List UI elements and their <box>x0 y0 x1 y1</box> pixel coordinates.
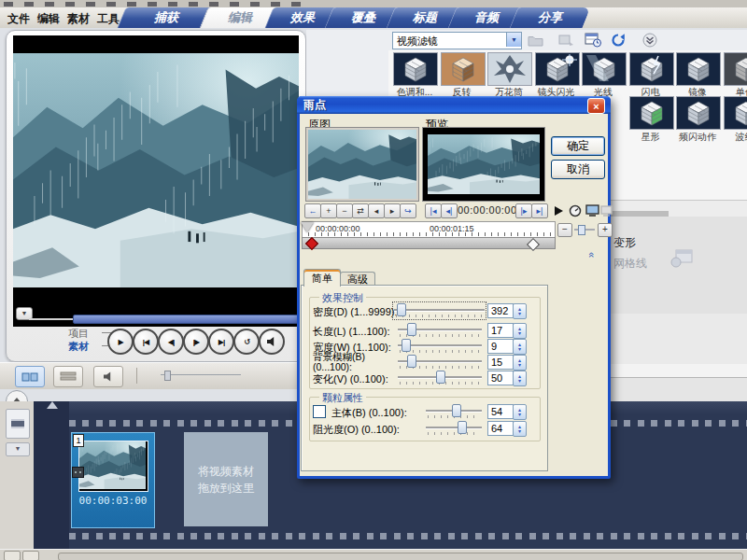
density-slider[interactable] <box>394 303 485 318</box>
load-library-folder-icon[interactable] <box>526 33 544 48</box>
storyboard-view-button[interactable] <box>15 366 45 387</box>
width-slider[interactable] <box>398 339 482 354</box>
trim-bar[interactable] <box>73 315 300 324</box>
variation-slider-thumb[interactable] <box>436 371 445 384</box>
density-spinner[interactable]: ▴▾ <box>513 303 527 319</box>
ruler-zoom-in-button[interactable]: + <box>598 223 613 237</box>
tab-share[interactable]: 分享 <box>514 7 586 28</box>
ruler-zoom-out-button[interactable]: − <box>557 223 572 237</box>
timeline-zoom-thumb[interactable] <box>164 371 171 381</box>
width-slider-thumb[interactable] <box>402 339 411 352</box>
library-options-icon[interactable] <box>584 33 602 48</box>
playback-speed-icon[interactable] <box>568 203 583 217</box>
player-volume-button[interactable] <box>259 329 285 355</box>
project-mode-label[interactable]: 项目 <box>68 327 89 341</box>
gallery-dropdown[interactable]: 视频滤镜 ▼ <box>392 32 522 49</box>
add-track-button[interactable] <box>4 551 21 560</box>
tab-simple[interactable]: 简单 <box>303 269 341 287</box>
cancel-button[interactable]: 取消 <box>551 160 605 179</box>
ruler-zoom-thumb[interactable] <box>578 225 585 235</box>
audio-view-button[interactable] <box>93 366 123 387</box>
filter-thumb-star[interactable] <box>629 96 674 130</box>
clip-mode-label[interactable]: 素材 <box>68 340 89 354</box>
storyboard-drop-slot[interactable]: 将视频素材 拖放到这里 <box>184 432 268 526</box>
go-start-button[interactable]: |◂ <box>425 203 442 218</box>
length-spinner[interactable]: ▴▾ <box>513 323 527 339</box>
filter-thumb-strobe-action[interactable] <box>676 96 721 130</box>
menu-item-edit[interactable]: 编辑 <box>37 11 60 27</box>
filter-thumb-ripple[interactable] <box>724 96 747 130</box>
density-value[interactable]: 392 <box>487 303 514 318</box>
video-track-button[interactable] <box>6 409 30 439</box>
timeline-view-button[interactable] <box>53 366 83 387</box>
opacity-slider[interactable] <box>426 421 482 436</box>
filter-thumb-mirror[interactable] <box>676 52 721 86</box>
collapse-panel-icon[interactable]: « <box>586 252 598 258</box>
add-clip-icon[interactable] <box>557 33 575 48</box>
player-repeat-button[interactable]: ↺ <box>233 329 260 355</box>
player-play-button[interactable]: ▶ <box>107 329 134 355</box>
play-filter-button[interactable] <box>551 203 566 217</box>
kf-prev-frame-button[interactable]: ◂ <box>368 203 385 218</box>
background-blur-value[interactable]: 15 <box>487 355 514 370</box>
ruler-scrubber[interactable] <box>301 222 314 232</box>
player-next-frame-button[interactable]: |▶ <box>183 329 209 355</box>
close-icon[interactable]: × <box>587 98 605 114</box>
body-slider-thumb[interactable] <box>452 404 461 417</box>
body-spinner[interactable]: ▴▾ <box>513 404 527 420</box>
remove-keyframe-button[interactable]: − <box>336 203 353 218</box>
step-forward-button[interactable]: |▸ <box>515 203 532 218</box>
filter-thumb-kaleidoscope[interactable] <box>487 52 532 86</box>
width-value[interactable]: 9 <box>487 339 514 354</box>
opacity-spinner[interactable]: ▴▾ <box>513 421 527 437</box>
filter-thumb-light[interactable] <box>582 52 627 86</box>
reverse-keyframes-button[interactable]: ⇄ <box>352 203 369 218</box>
filter-thumb-hue-saturation[interactable] <box>393 52 438 86</box>
step-back-button[interactable]: ◂| <box>441 203 458 218</box>
collapse-gallery-icon[interactable] <box>641 33 659 48</box>
tab-capture[interactable]: 捕获 <box>121 7 211 28</box>
kf-next-frame-button[interactable]: ▸ <box>384 203 401 218</box>
chevron-down-icon[interactable]: ▼ <box>506 33 521 47</box>
width-spinner[interactable]: ▴▾ <box>513 339 527 355</box>
filter-thumb-monochrome[interactable] <box>724 52 747 86</box>
prev-keyframe-button[interactable]: ← <box>304 203 321 218</box>
opacity-value[interactable]: 64 <box>487 421 514 436</box>
ok-button[interactable]: 确定 <box>551 136 605 156</box>
length-slider[interactable] <box>398 323 482 338</box>
track-expand-button[interactable]: ▼ <box>6 442 30 456</box>
menu-item-file[interactable]: 文件 <box>7 11 30 27</box>
background-blur-slider-thumb[interactable] <box>407 355 416 368</box>
go-end-button[interactable]: ▸| <box>531 203 548 218</box>
deform-option-label[interactable]: 变形 <box>613 235 636 251</box>
filter-thumb-lightning[interactable] <box>629 52 674 86</box>
timeline-scrollbar[interactable] <box>58 553 743 560</box>
fade-button[interactable]: ↪ <box>400 203 416 218</box>
density-slider-thumb[interactable] <box>397 303 406 316</box>
background-blur-spinner[interactable]: ▴▾ <box>513 355 527 371</box>
chapter-button[interactable] <box>22 551 39 560</box>
refresh-icon[interactable] <box>609 33 627 48</box>
dialog-title[interactable]: 雨点 <box>297 96 611 114</box>
storyboard-clip-1[interactable]: 1 00:00:03:00 <box>71 432 155 528</box>
filter-thumb-lens-flare[interactable] <box>535 52 580 86</box>
opacity-slider-thumb[interactable] <box>458 421 467 434</box>
player-home-button[interactable]: |◀ <box>133 329 159 355</box>
player-end-button[interactable]: ▶| <box>208 329 234 355</box>
keyframe-ruler[interactable]: 00:00:00:00 00:00:01:15 <box>302 221 556 238</box>
timeline-zoom-slider[interactable] <box>161 374 241 375</box>
length-slider-thumb[interactable] <box>407 323 416 336</box>
background-blur-slider[interactable] <box>398 355 482 370</box>
filter-thumb-invert[interactable] <box>441 52 486 86</box>
body-checkbox[interactable] <box>313 405 326 418</box>
player-prev-frame-button[interactable]: ◀| <box>158 329 184 355</box>
length-value[interactable]: 17 <box>487 323 514 338</box>
variation-spinner[interactable]: ▴▾ <box>513 371 527 386</box>
body-slider[interactable] <box>426 404 482 419</box>
body-value[interactable]: 54 <box>487 404 514 419</box>
variation-value[interactable]: 50 <box>487 371 514 385</box>
variation-slider[interactable] <box>398 371 482 385</box>
preview-device-icon[interactable] <box>585 203 599 217</box>
menu-item-clip[interactable]: 素材 <box>67 11 90 27</box>
add-keyframe-button[interactable]: + <box>320 203 337 218</box>
